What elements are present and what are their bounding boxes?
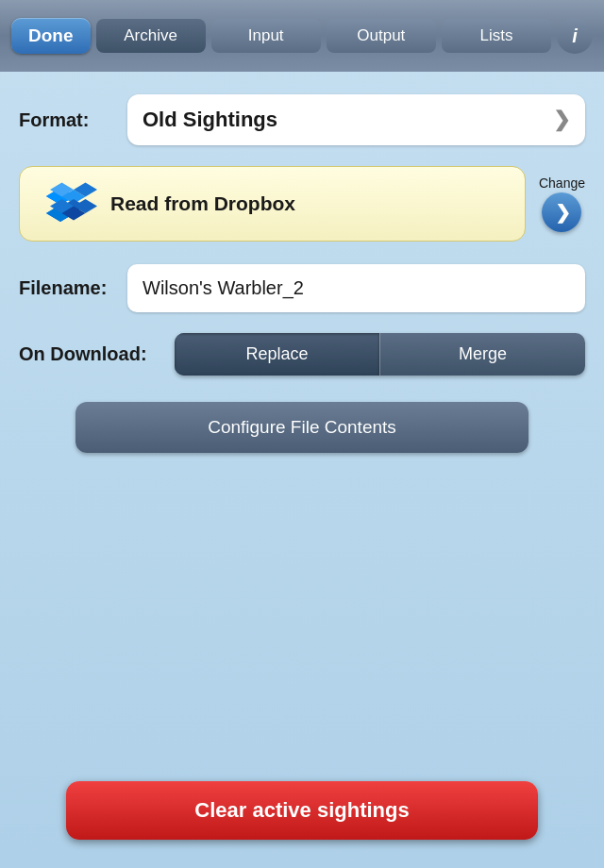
filename-label: Filename:: [19, 277, 127, 299]
dropbox-logo-icon: [50, 180, 97, 227]
format-value: Old Sightings: [143, 108, 277, 132]
format-row: Format: Old Sightings ❯: [19, 94, 585, 145]
main-content: Format: Old Sightings ❯: [0, 72, 604, 504]
tab-output[interactable]: Output: [327, 19, 436, 53]
change-arrow-icon: ❯: [555, 201, 571, 224]
filename-input[interactable]: [127, 264, 585, 312]
tab-archive[interactable]: Archive: [96, 19, 206, 53]
dropbox-section: Read from Dropbox Change ❯: [19, 166, 585, 242]
on-download-label: On Download:: [19, 343, 175, 365]
segment-replace[interactable]: Replace: [175, 333, 379, 376]
tab-input[interactable]: Input: [211, 19, 321, 53]
tab-lists[interactable]: Lists: [442, 19, 551, 53]
info-icon: i: [572, 25, 578, 47]
change-text: Change: [539, 175, 585, 191]
filename-row: Filename:: [19, 264, 585, 312]
dropbox-label: Read from Dropbox: [110, 192, 295, 215]
nav-bar: Done Archive Input Output Lists i: [0, 0, 604, 72]
change-button[interactable]: ❯: [542, 192, 581, 232]
chevron-right-icon: ❯: [553, 108, 570, 132]
configure-file-contents-button[interactable]: Configure File Contents: [76, 402, 528, 453]
segment-control: Replace Merge: [175, 333, 585, 376]
done-button[interactable]: Done: [11, 18, 91, 54]
dropbox-button[interactable]: Read from Dropbox: [19, 166, 526, 242]
clear-active-sightings-button[interactable]: Clear active sightings: [66, 781, 538, 840]
info-button[interactable]: i: [557, 18, 593, 54]
change-group: Change ❯: [539, 175, 585, 232]
on-download-row: On Download: Replace Merge: [19, 333, 585, 376]
format-label: Format:: [19, 109, 127, 131]
format-selector[interactable]: Old Sightings ❯: [127, 94, 585, 145]
segment-merge[interactable]: Merge: [380, 333, 585, 376]
